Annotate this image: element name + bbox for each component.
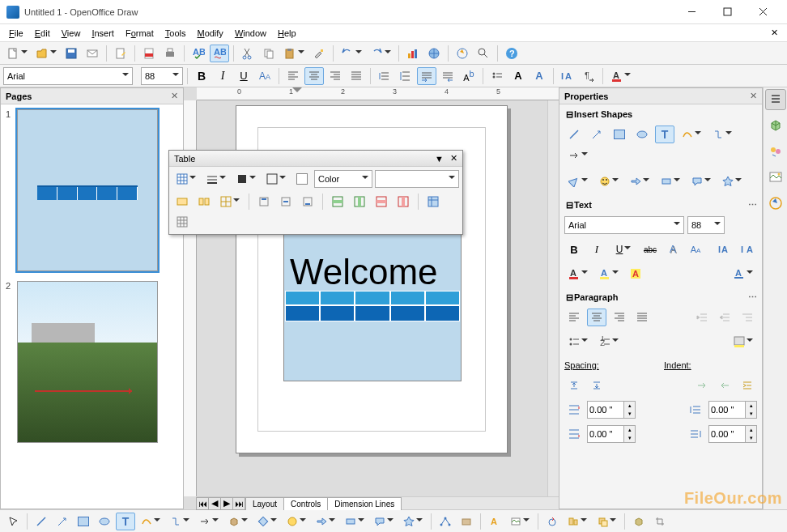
space-dec[interactable] [587,377,606,394]
hyperlink-button[interactable] [424,45,444,62]
rtl-button[interactable] [438,67,457,85]
indent-left-btn[interactable] [692,377,712,394]
bt-fontwork[interactable]: A [485,513,504,530]
tab-prev-button[interactable]: ◀ [208,497,221,510]
help-button[interactable]: ? [502,45,521,62]
prop-decrease-font[interactable]: IA [738,240,757,258]
shape-basic[interactable] [564,172,592,190]
tbl-color-value[interactable] [375,170,459,188]
menu-close-doc[interactable]: ✕ [765,26,784,40]
indent-right-btn[interactable] [715,377,734,394]
properties-close-icon[interactable]: ✕ [750,91,757,101]
prop-strike[interactable]: abc [640,240,660,258]
doubleletter-button[interactable]: AA [255,67,274,85]
bt-glue[interactable] [457,513,476,530]
sidebar-3d-tab[interactable] [765,115,786,136]
thumbnail-1[interactable] [17,109,158,271]
superscript-button[interactable]: Ab [459,67,479,85]
bt-curve[interactable] [137,513,164,530]
para-bgcolor[interactable] [730,333,757,351]
para-align-left[interactable] [564,309,584,326]
prop-increase-font[interactable]: IA [715,240,734,258]
tbl-delete-row[interactable] [372,193,391,211]
tab-dimension[interactable]: Dimension Lines [327,497,402,510]
bt-line[interactable] [32,513,51,530]
indent-first-btn[interactable] [738,377,757,394]
prop-fontcolor[interactable]: A [564,265,592,283]
sidebar-navigator-tab[interactable] [765,193,786,214]
menu-view[interactable]: View [56,27,87,40]
para-dec-indent[interactable] [715,309,734,326]
tbl-valign-top[interactable] [254,193,274,211]
thumbnail-2[interactable] [17,281,158,443]
section-text[interactable]: ⊟Text⋯ [563,197,759,213]
text-more-icon[interactable]: ⋯ [748,200,757,211]
bt-ellipse[interactable] [95,513,114,530]
table-toolbar-dropdown-icon[interactable]: ▼ [435,154,444,164]
prop-charbg[interactable]: A [626,265,645,283]
menu-edit[interactable]: Edit [29,27,56,40]
tab-first-button[interactable]: ⏮ [196,497,209,510]
prop-highlight[interactable]: A [595,265,623,283]
tbl-props[interactable] [172,213,192,231]
bt-crop[interactable] [650,513,670,530]
font-color-a-button[interactable]: A [508,67,528,85]
table-toolbar-header[interactable]: Table ▼ ✕ [169,151,462,167]
bt-lines[interactable] [195,513,223,530]
bold-button[interactable]: B [192,67,211,85]
section-paragraph[interactable]: ⊟Paragraph⋯ [563,289,759,305]
bt-3d[interactable] [224,513,252,530]
navigator-button[interactable] [453,45,472,62]
pages-body[interactable]: 1 2 [1,104,183,509]
para-numbering[interactable]: 12 [595,333,623,351]
pdf-export-button[interactable] [139,45,159,62]
tbl-valign-bot[interactable] [298,193,317,211]
menu-tools[interactable]: Tools [160,27,192,40]
prop-bold[interactable]: B [564,240,584,258]
prop-charspacing[interactable]: A [730,265,757,283]
bt-text[interactable]: T [116,513,135,530]
para-more-icon[interactable]: ⋯ [748,292,757,303]
paintbrush-button[interactable] [309,45,329,62]
tbl-valign-mid[interactable] [276,193,296,211]
ltr-button[interactable] [417,67,436,85]
canvas-table[interactable] [285,291,460,321]
menu-format[interactable]: Format [120,27,160,40]
bt-rotate[interactable] [542,513,562,530]
para-align-right[interactable] [610,309,629,326]
shape-flowchart[interactable] [657,172,684,190]
shape-text[interactable]: T [655,126,674,143]
shape-rect[interactable] [610,126,629,143]
bt-symbol[interactable] [283,513,310,530]
prop-size-combo[interactable]: 88 [687,216,725,234]
bt-flowchart[interactable] [341,513,368,530]
shape-lines-more[interactable] [564,147,592,164]
tbl-insert-col[interactable] [350,193,369,211]
tbl-merge[interactable] [172,193,192,211]
bt-star[interactable] [399,513,427,530]
align-right-button[interactable] [325,67,345,85]
section-insert-shapes[interactable]: ⊟Insert Shapes [563,106,759,122]
tbl-insert-row[interactable] [328,193,347,211]
pages-close-icon[interactable]: ✕ [171,91,178,101]
shape-curve[interactable] [678,126,705,143]
align-left-button[interactable] [283,67,303,85]
bt-callout[interactable] [370,513,398,530]
bt-points[interactable] [436,513,455,530]
align-center-button[interactable] [304,67,324,85]
sidebar-styles-tab[interactable] [765,141,786,162]
prop-underline[interactable]: U [610,240,637,258]
tbl-optimize[interactable] [216,193,244,211]
tab-layout[interactable]: Layout [245,497,284,510]
tab-next-button[interactable]: ▶ [220,497,233,510]
redo-button[interactable] [367,45,394,62]
space-inc[interactable] [564,377,584,394]
underline-button[interactable]: U [234,67,253,85]
bt-arrow[interactable] [53,513,72,530]
prop-italic[interactable]: I [587,240,606,258]
para-bullets[interactable] [564,333,592,351]
shape-ellipse[interactable] [632,126,652,143]
tbl-linestyle[interactable] [202,170,230,188]
minimize-button[interactable] [674,1,709,23]
tbl-delete-col[interactable] [394,193,413,211]
